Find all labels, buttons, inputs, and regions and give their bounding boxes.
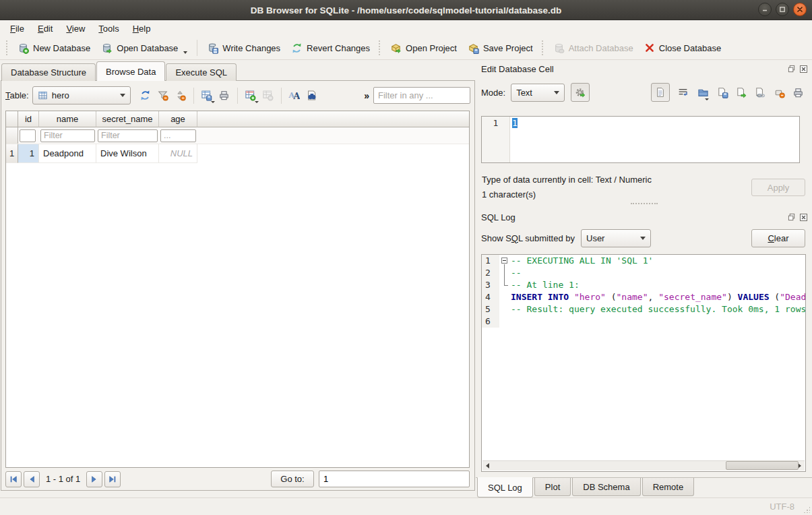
- export-table-button[interactable]: [198, 86, 216, 104]
- tab-execute-sql[interactable]: Execute SQL: [166, 63, 237, 81]
- auto-switch-mode-button[interactable]: [571, 83, 590, 102]
- cell-type-info: Type of data currently in cell: Text / N…: [482, 173, 652, 202]
- minimize-button[interactable]: [758, 3, 772, 16]
- minimize-icon: [761, 6, 768, 13]
- scrollbar-thumb[interactable]: [726, 461, 799, 470]
- fold-marker[interactable]: [499, 255, 511, 267]
- encoding-indicator[interactable]: UTF-8: [770, 502, 812, 512]
- maximize-button[interactable]: [776, 3, 789, 16]
- set-null-icon[interactable]: [774, 87, 785, 98]
- sql-source-select[interactable]: User: [581, 229, 651, 247]
- goto-input[interactable]: [319, 471, 470, 487]
- delete-record-icon: [262, 90, 274, 101]
- column-header-id[interactable]: id: [18, 111, 39, 127]
- sql-line: -- Result: query executed successfully. …: [511, 303, 805, 315]
- clear-sorting-button[interactable]: [172, 86, 189, 104]
- menu-view[interactable]: View: [59, 22, 92, 36]
- find-replace-icon: [306, 90, 317, 101]
- float-icon: [788, 213, 796, 221]
- document-icon: [655, 87, 666, 98]
- filter-input-secret-name[interactable]: [98, 129, 158, 142]
- mode-select[interactable]: Text: [511, 84, 565, 102]
- column-header-secret-name[interactable]: secret_name: [96, 111, 159, 127]
- close-panel-button[interactable]: [799, 212, 808, 222]
- menu-tools[interactable]: Tools: [92, 22, 125, 36]
- import-text-button[interactable]: [696, 84, 710, 102]
- table-select-value: hero: [52, 90, 69, 100]
- copy-link-icon[interactable]: [755, 87, 766, 98]
- cell-secret-name[interactable]: Dive Wilson: [96, 144, 159, 163]
- scrollbar-track[interactable]: [493, 461, 794, 471]
- menu-edit[interactable]: Edit: [31, 22, 59, 36]
- filter-input-name[interactable]: [40, 129, 95, 142]
- export-table-icon: [201, 90, 212, 101]
- write-changes-button[interactable]: Write Changes: [201, 38, 286, 58]
- word-wrap-icon[interactable]: [677, 87, 689, 98]
- float-panel-button[interactable]: [787, 212, 797, 222]
- save-project-button[interactable]: Save Project: [462, 38, 538, 58]
- tab-database-structure[interactable]: Database Structure: [1, 63, 96, 81]
- new-database-icon: [18, 42, 29, 54]
- filter-input-age[interactable]: [160, 129, 196, 142]
- open-database-button[interactable]: Open Database: [96, 38, 193, 58]
- column-header-name[interactable]: name: [39, 111, 96, 127]
- insert-record-button[interactable]: [242, 86, 259, 104]
- last-record-button[interactable]: [104, 471, 121, 487]
- font-button[interactable]: A A: [286, 86, 303, 104]
- close-icon: [800, 65, 807, 73]
- clear-filters-button[interactable]: [154, 86, 172, 104]
- menu-help[interactable]: Help: [126, 22, 158, 36]
- scroll-left-arrow[interactable]: [482, 461, 493, 471]
- previous-record-button[interactable]: [24, 471, 40, 487]
- close-button[interactable]: [793, 3, 807, 16]
- first-record-button[interactable]: [5, 471, 22, 487]
- open-database-dropdown-caret[interactable]: [183, 51, 187, 54]
- cell-type-text: Type of data currently in cell: Text / N…: [482, 173, 652, 187]
- menu-file[interactable]: File: [3, 22, 31, 36]
- float-panel-button[interactable]: [787, 64, 797, 73]
- tab-plot[interactable]: Plot: [534, 478, 571, 496]
- filter-any-input[interactable]: [373, 87, 470, 104]
- new-database-button[interactable]: New Database: [12, 38, 96, 58]
- attach-database-button: Attach Database: [548, 38, 639, 58]
- column-header-age[interactable]: age: [159, 111, 197, 127]
- horizontal-scrollbar[interactable]: [482, 460, 805, 471]
- browse-data-pane: Table: hero: [1, 80, 475, 491]
- tab-db-schema[interactable]: DB Schema: [572, 478, 640, 496]
- cell-editor[interactable]: 1 1: [481, 116, 800, 163]
- attach-database-icon: [553, 42, 565, 54]
- gear-icon: [575, 87, 586, 98]
- table-select[interactable]: hero: [32, 86, 131, 104]
- cell-name[interactable]: Deadpond: [39, 144, 96, 163]
- text-mode-toggle[interactable]: [651, 83, 670, 102]
- close-panel-button[interactable]: [799, 64, 808, 73]
- sql-log-editor[interactable]: 1-- EXECUTING ALL IN 'SQL 1' 2-- 3-- At …: [481, 254, 806, 472]
- cell-editor-content[interactable]: 1: [512, 118, 518, 128]
- sql-line: INSERT INTO "hero" ("name", "secret_name…: [511, 291, 805, 303]
- print-table-button[interactable]: [216, 86, 233, 104]
- cell-age[interactable]: NULL: [159, 144, 197, 163]
- next-record-button[interactable]: [86, 471, 102, 487]
- grid-corner[interactable]: [6, 111, 18, 127]
- open-project-button[interactable]: Open Project: [385, 38, 462, 58]
- clear-log-button[interactable]: Clear: [751, 229, 805, 247]
- title-bar: DB Browser for SQLite - /home/user/code/…: [0, 0, 812, 20]
- splitter-handle[interactable]: [631, 203, 658, 204]
- tab-remote[interactable]: Remote: [642, 478, 695, 496]
- revert-changes-button[interactable]: Revert Changes: [286, 38, 375, 58]
- find-replace-button[interactable]: [303, 86, 321, 104]
- open-external-icon[interactable]: [736, 87, 747, 98]
- data-grid: id name secret_name age 1 1: [5, 111, 470, 468]
- print-cell-icon[interactable]: [792, 87, 804, 98]
- export-text-icon[interactable]: [717, 87, 728, 98]
- refresh-button[interactable]: [137, 86, 154, 104]
- toolbar-overflow-chevron[interactable]: »: [364, 90, 369, 101]
- cell-id[interactable]: 1: [18, 144, 39, 163]
- line-number: 1: [482, 255, 499, 267]
- goto-button[interactable]: Go to:: [271, 471, 314, 487]
- left-panel: Database Structure Browse Data Execute S…: [0, 60, 476, 497]
- tab-sql-log[interactable]: SQL Log: [477, 477, 533, 497]
- tab-browse-data[interactable]: Browse Data: [96, 61, 165, 81]
- filter-input-id[interactable]: [20, 129, 36, 142]
- close-database-button[interactable]: Close Database: [639, 38, 727, 58]
